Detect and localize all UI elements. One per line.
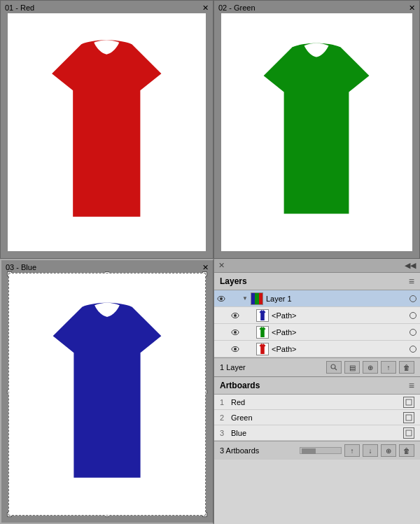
panel-collapse-btn[interactable]: ◀◀ <box>405 261 416 270</box>
layers-panel: Layers ≡ ▼ Layer 1 <box>214 273 420 377</box>
artboard-blue-label: 03 - Blue <box>6 263 36 271</box>
artboards-new-btn[interactable]: ⊕ <box>381 444 396 457</box>
artboard-green[interactable]: 02 - Green ✕ <box>214 0 420 259</box>
main-container: 01 - Red ✕ 02 - Green ✕ 03 - Blue ✕ <box>0 0 420 524</box>
artboard-red-close[interactable]: ✕ <box>202 3 209 13</box>
layers-list: ▼ Layer 1 <box>214 290 420 357</box>
svg-point-7 <box>234 348 237 350</box>
artboard-num-1: 1 <box>220 398 231 406</box>
artboard-green-close[interactable]: ✕ <box>409 3 415 13</box>
artboard-red-label: 01 - Red <box>5 3 34 12</box>
tshirt-red-svg <box>22 31 191 234</box>
scroll-thumb <box>302 448 316 454</box>
artboard-icon-blue <box>403 427 414 439</box>
artboard-name-red: Red <box>231 398 403 406</box>
artboard-icon-green <box>403 412 414 423</box>
artboards-move-down-btn[interactable]: ↓ <box>363 444 378 457</box>
layers-move-up-btn[interactable]: ↑ <box>381 361 396 374</box>
artboard-name-green: Green <box>231 413 403 422</box>
layer-row-path-blue[interactable]: <Path> <box>214 307 420 324</box>
artboard-row-green[interactable]: 2 Green <box>214 410 420 425</box>
svg-rect-10 <box>406 399 412 405</box>
scroll-area[interactable] <box>300 447 342 454</box>
artboard-blue[interactable]: 03 - Blue ✕ <box>0 259 214 524</box>
artboard-blue-close[interactable]: ✕ <box>202 263 209 272</box>
eye-icon-path-green[interactable] <box>228 324 242 341</box>
layer-row-layer1[interactable]: ▼ Layer 1 <box>214 290 420 307</box>
circle-icon-layer1 <box>410 295 416 302</box>
svg-point-3 <box>234 314 237 317</box>
layer-target-path-blue[interactable] <box>406 307 420 324</box>
layer-name-path-red: <Path> <box>272 345 406 353</box>
panels-topbar: ✕ ◀◀ <box>214 259 420 273</box>
artboard-icon-red <box>403 397 414 408</box>
layer-target-path-green[interactable] <box>406 324 420 341</box>
artboards-panel-title: Artboards <box>220 381 260 390</box>
artboard-row-blue[interactable]: 3 Blue <box>214 425 420 441</box>
artboards-panel-header: Artboards ≡ <box>214 377 420 395</box>
circle-icon-path-blue <box>410 312 416 319</box>
svg-line-9 <box>335 369 337 371</box>
artboards-menu-icon[interactable]: ≡ <box>409 380 414 391</box>
artboard-name-blue: Blue <box>231 429 403 437</box>
layers-panel-title: Layers <box>220 276 247 286</box>
artboards-move-up-btn[interactable]: ↑ <box>344 444 360 457</box>
artboard-green-label: 02 - Green <box>218 3 255 12</box>
artboard-red[interactable]: 01 - Red ✕ <box>0 0 214 259</box>
eye-icon-path-red[interactable] <box>228 341 242 357</box>
layers-make-sublayer-btn[interactable]: ▤ <box>344 361 360 374</box>
layers-count: 1 Layer <box>220 363 323 371</box>
layer-target-layer1[interactable] <box>406 290 420 307</box>
layers-new-layer-btn[interactable]: ⊕ <box>363 361 378 374</box>
layers-menu-icon[interactable]: ≡ <box>409 276 414 287</box>
svg-rect-12 <box>406 430 412 436</box>
circle-icon-path-green <box>410 329 416 336</box>
layer-name-layer1: Layer 1 <box>266 295 406 303</box>
artboard-num-3: 3 <box>220 429 231 437</box>
eye-icon-path-blue[interactable] <box>228 307 242 324</box>
layers-search-btn[interactable] <box>326 361 342 374</box>
svg-point-5 <box>234 331 237 334</box>
artboards-footer: 3 Artboards ↑ ↓ ⊕ 🗑 <box>214 441 420 460</box>
artboard-num-2: 2 <box>220 413 231 422</box>
artboard-green-canvas <box>221 13 412 251</box>
layers-footer: 1 Layer ▤ ⊕ ↑ 🗑 <box>214 357 420 376</box>
artboards-panel: Artboards ≡ 1 Red 2 Green <box>214 377 420 524</box>
panel-close-btn[interactable]: ✕ <box>218 261 225 270</box>
svg-point-1 <box>220 297 223 300</box>
circle-icon-path-red <box>410 346 416 353</box>
layer-thumb-path-red <box>256 343 269 355</box>
layer-thumb-path-blue <box>256 309 269 322</box>
tshirt-blue-svg <box>24 292 190 497</box>
svg-point-8 <box>331 364 335 369</box>
artboard-red-canvas <box>8 13 206 251</box>
eye-icon-layer1[interactable] <box>214 290 228 307</box>
layers-panel-header: Layers ≡ <box>214 273 420 290</box>
layer-triangle[interactable]: ▼ <box>239 295 251 302</box>
layer-thumb-layer1 <box>251 292 263 305</box>
tshirt-green-svg <box>235 31 398 234</box>
layer-row-path-green[interactable]: <Path> <box>214 324 420 341</box>
artboards-list: 1 Red 2 Green 3 Blue <box>214 395 420 441</box>
layers-delete-btn[interactable]: 🗑 <box>399 361 414 374</box>
artboard-blue-canvas <box>8 273 206 516</box>
layer-name-path-green: <Path> <box>272 328 406 337</box>
panels-container: ✕ ◀◀ Layers ≡ ▼ Layer 1 <box>214 259 420 524</box>
layer-row-path-red[interactable]: <Path> <box>214 341 420 357</box>
layer-target-path-red[interactable] <box>406 341 420 357</box>
artboards-delete-btn[interactable]: 🗑 <box>399 444 414 457</box>
layer-thumb-path-green <box>256 326 269 339</box>
artboards-count: 3 Artboards <box>220 446 297 455</box>
artboard-row-red[interactable]: 1 Red <box>214 395 420 410</box>
svg-rect-11 <box>406 415 412 420</box>
layer-name-path-blue: <Path> <box>272 311 406 320</box>
